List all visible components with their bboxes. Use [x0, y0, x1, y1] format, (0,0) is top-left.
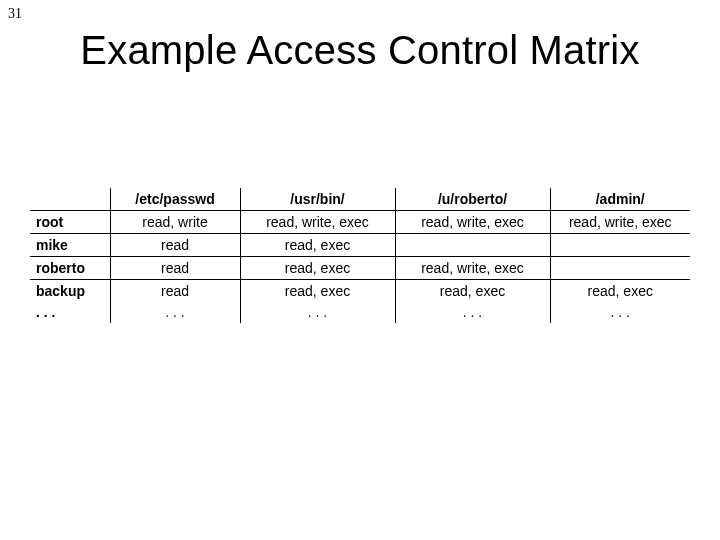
- table-row: backup read read, exec read, exec read, …: [30, 280, 690, 303]
- cell: read: [110, 257, 240, 280]
- cell: read, exec: [240, 280, 395, 303]
- col-header: /admin/: [550, 188, 690, 211]
- row-header: mike: [30, 234, 110, 257]
- cell: read, exec: [240, 234, 395, 257]
- access-control-matrix: /etc/passwd /usr/bin/ /u/roberto/ /admin…: [30, 188, 690, 323]
- cell: read, write, exec: [240, 211, 395, 234]
- cell: read, exec: [550, 280, 690, 303]
- cell: read, write, exec: [395, 211, 550, 234]
- cell: read, exec: [395, 280, 550, 303]
- table-corner-cell: [30, 188, 110, 211]
- table-row: roberto read read, exec read, write, exe…: [30, 257, 690, 280]
- col-header: /u/roberto/: [395, 188, 550, 211]
- slide-title: Example Access Control Matrix: [0, 28, 720, 73]
- table-ellipsis-row: . . . . . . . . . . . . . . .: [30, 302, 690, 323]
- cell: read: [110, 280, 240, 303]
- cell: [550, 257, 690, 280]
- cell: read, write, exec: [395, 257, 550, 280]
- cell: read, write, exec: [550, 211, 690, 234]
- cell: read, exec: [240, 257, 395, 280]
- cell: [395, 234, 550, 257]
- cell: [550, 234, 690, 257]
- table-row: root read, write read, write, exec read,…: [30, 211, 690, 234]
- row-header: backup: [30, 280, 110, 303]
- cell: read: [110, 234, 240, 257]
- page-number: 31: [8, 6, 22, 22]
- cell: . . .: [395, 302, 550, 323]
- col-header: /etc/passwd: [110, 188, 240, 211]
- table-header-row: /etc/passwd /usr/bin/ /u/roberto/ /admin…: [30, 188, 690, 211]
- table-row: mike read read, exec: [30, 234, 690, 257]
- row-header: . . .: [30, 302, 110, 323]
- col-header: /usr/bin/: [240, 188, 395, 211]
- row-header: root: [30, 211, 110, 234]
- cell: . . .: [550, 302, 690, 323]
- row-header: roberto: [30, 257, 110, 280]
- acl-table: /etc/passwd /usr/bin/ /u/roberto/ /admin…: [30, 188, 690, 323]
- cell: . . .: [240, 302, 395, 323]
- slide: 31 Example Access Control Matrix /etc/pa…: [0, 0, 720, 540]
- cell: . . .: [110, 302, 240, 323]
- cell: read, write: [110, 211, 240, 234]
